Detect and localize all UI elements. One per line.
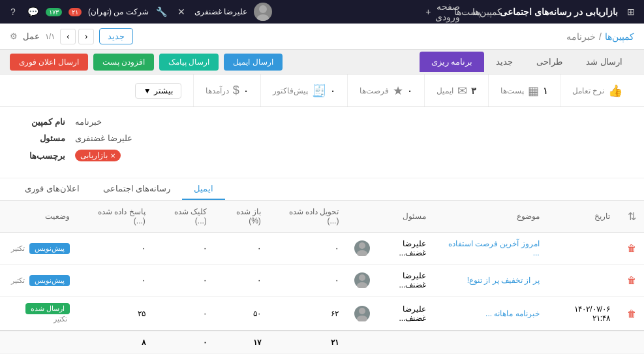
breadcrumb-parent[interactable]: کمپین‌ها xyxy=(605,31,634,42)
user-avatar[interactable] xyxy=(254,3,272,21)
dollar-icon: $ xyxy=(233,84,239,97)
responsible-avatar xyxy=(354,272,370,288)
type-label: تکتیر xyxy=(11,276,25,284)
tab-schedule[interactable]: برنامه ریزی xyxy=(420,52,485,72)
stat-more[interactable]: بیشتر ▼ xyxy=(123,74,193,106)
nav-menu-landing[interactable]: صفحه ورودی xyxy=(441,5,454,18)
responsible-name: علیرضا غضنف... xyxy=(374,304,426,323)
more-button[interactable]: بیشتر ▼ xyxy=(135,83,181,99)
cell-replied: ۲۵ xyxy=(78,297,153,331)
wrench-icon[interactable]: 🔧 xyxy=(155,5,168,18)
stat-opp-label: فرصت‌ها xyxy=(360,86,389,95)
stat-email[interactable]: ۳ ✉ ایمیل xyxy=(424,74,488,106)
cell-replied: ۰ xyxy=(78,265,153,297)
filter-icon[interactable]: ⇅ xyxy=(628,211,636,222)
stat-posts-label: پست‌ها xyxy=(500,86,524,95)
plus-icon[interactable]: + xyxy=(422,5,435,18)
nav-left: علیرضا غضنفری ✕ 🔧 شرکت من (تهران) ۲۱ ۱۷۳… xyxy=(7,3,272,21)
thumbs-up-icon: 👍 xyxy=(608,84,622,98)
stat-rev-count: ۰ xyxy=(243,86,249,96)
cell-date xyxy=(547,265,618,297)
new-button[interactable]: جدید xyxy=(99,28,133,44)
status-badge: پیش‌نویس xyxy=(29,243,70,254)
stat-email-label: ایمیل xyxy=(437,86,453,95)
stats-row: 👍 نرخ تعامل ۱ ▦ پست‌ها ۳ ✉ ایمیل ۰ ★ فرص… xyxy=(0,74,644,107)
help-icon[interactable]: ? xyxy=(7,5,20,18)
type-label: تکتیر xyxy=(54,315,67,323)
stat-posts[interactable]: ۱ ▦ پست‌ها xyxy=(488,74,560,106)
stat-posts-info: پست‌ها xyxy=(500,86,524,95)
col-clicked: کلیک شده (...) xyxy=(153,201,215,233)
stat-interaction[interactable]: 👍 نرخ تعامل xyxy=(560,74,634,106)
total-clicked: ۰ xyxy=(153,331,215,354)
breadcrumb: کمپین‌ها / خبرنامه xyxy=(566,31,634,42)
nav-arrows: ‹ › xyxy=(60,29,94,44)
cell-date: ۱۴۰۲/۰۷/۰۶ ۲۱:۴۸ xyxy=(547,297,618,331)
stat-revenue[interactable]: ۰ $ درآمدها xyxy=(193,74,260,106)
prev-btn[interactable]: ‹ xyxy=(78,29,94,44)
stat-rev-label: درآمدها xyxy=(206,86,229,95)
tab-new[interactable]: جدید xyxy=(484,52,525,72)
nav-menu-campaigns[interactable]: کمپین‌ها xyxy=(480,5,493,18)
cell-responsible: علیرضا غضنف... xyxy=(354,271,426,289)
svg-point-6 xyxy=(359,308,365,314)
subtab-social[interactable]: رسانه‌های اجتماعی xyxy=(91,178,183,200)
cell-status: ارسال شده تکتیر xyxy=(0,297,78,331)
tag-label: بازاریابی xyxy=(80,151,108,160)
col-date: تاریخ xyxy=(547,201,618,233)
cell-date xyxy=(547,233,618,265)
posts-icon: ▦ xyxy=(528,84,539,98)
badge-count1[interactable]: ۲۱ xyxy=(69,8,82,16)
add-row-button[interactable]: افزودن سطر xyxy=(0,354,644,360)
responsible-label: مسئول xyxy=(13,133,65,143)
subtab-email[interactable]: ایمیل xyxy=(182,178,225,200)
col-subject: موضوع xyxy=(434,201,547,233)
svg-point-3 xyxy=(357,250,367,256)
second-bar-actions: جدید ‹ › ۱/۱ عمل ⚙ xyxy=(10,28,133,44)
svg-point-4 xyxy=(359,274,365,281)
delete-btn[interactable]: 🗑 xyxy=(627,275,636,286)
chat-icon[interactable]: 💬 xyxy=(26,5,39,18)
delete-btn[interactable]: 🗑 xyxy=(627,308,636,319)
email-icon: ✉ xyxy=(457,84,467,98)
stat-inv-count: ۰ xyxy=(330,86,335,96)
settings-icon[interactable]: ✕ xyxy=(175,5,188,18)
campaign-name-value: خبرنامه xyxy=(75,117,102,127)
stat-opportunities[interactable]: ۰ ★ فرصت‌ها xyxy=(347,74,424,106)
cell-clicked: ۰ xyxy=(153,297,215,331)
stat-inv-label: پیش‌فاکتور xyxy=(273,86,308,95)
sub-tabs: ایمیل رسانه‌های اجتماعی اعلان‌های فوری xyxy=(0,178,644,201)
svg-point-2 xyxy=(359,242,365,249)
responsible-avatar xyxy=(354,306,370,321)
responsible-row: علیرضا غضنفری مسئول xyxy=(13,133,631,143)
stat-invoice[interactable]: ۰ 🧾 پیش‌فاکتور xyxy=(260,74,347,106)
cell-subject[interactable]: پر از تخفیف پر از تنوع! xyxy=(434,265,547,297)
badge-count2[interactable]: ۱۷۳ xyxy=(46,8,62,16)
send-notify-btn[interactable]: ارسال اعلان فوری xyxy=(10,54,88,71)
stat-rev-info: درآمدها xyxy=(206,86,229,95)
nav-menu-posts[interactable]: پست‌ها xyxy=(461,5,474,18)
col-delivered: تحویل داده شده (...) xyxy=(269,201,347,233)
add-post-btn[interactable]: افزودن پست xyxy=(93,54,154,71)
cell-delivered: ۰ xyxy=(269,233,347,265)
delete-btn[interactable]: 🗑 xyxy=(627,243,636,254)
apps-icon[interactable]: ⊞ xyxy=(624,5,637,18)
col-replied: پاسخ داده شده (...) xyxy=(78,201,153,233)
send-email-btn[interactable]: ارسال ایمیل xyxy=(224,54,282,71)
subtab-notify[interactable]: اعلان‌های فوری xyxy=(13,178,91,200)
send-sms-btn[interactable]: ارسال پیامک xyxy=(159,54,219,71)
close-icon[interactable]: ✕ xyxy=(110,152,115,159)
totals-row: ۲۱ ۱۷ ۰ ۸ xyxy=(0,331,644,354)
status-badge: پیش‌نویس xyxy=(29,275,70,286)
gear-icon[interactable]: ⚙ xyxy=(10,31,18,41)
breadcrumb-separator: / xyxy=(599,31,602,42)
cell-subject[interactable]: خبرنامه ماهانه ... xyxy=(434,297,547,331)
next-btn[interactable]: › xyxy=(60,29,76,44)
tab-design[interactable]: طراحی xyxy=(525,52,574,72)
table-row: 🗑 پر از تخفیف پر از تنوع! علیرضا غضنف...… xyxy=(0,265,644,297)
nav-right: ⊞ بازاریابی در رسانه‌های اجتماعی کمپین‌ه… xyxy=(422,5,637,18)
tag-badge[interactable]: ✕ بازاریابی xyxy=(75,150,121,161)
cell-subject[interactable]: امروز آخرین فرصت استفاده ... xyxy=(434,233,547,265)
stat-email-info: ایمیل xyxy=(437,86,453,95)
tab-sent[interactable]: ارسال شد xyxy=(574,52,634,72)
